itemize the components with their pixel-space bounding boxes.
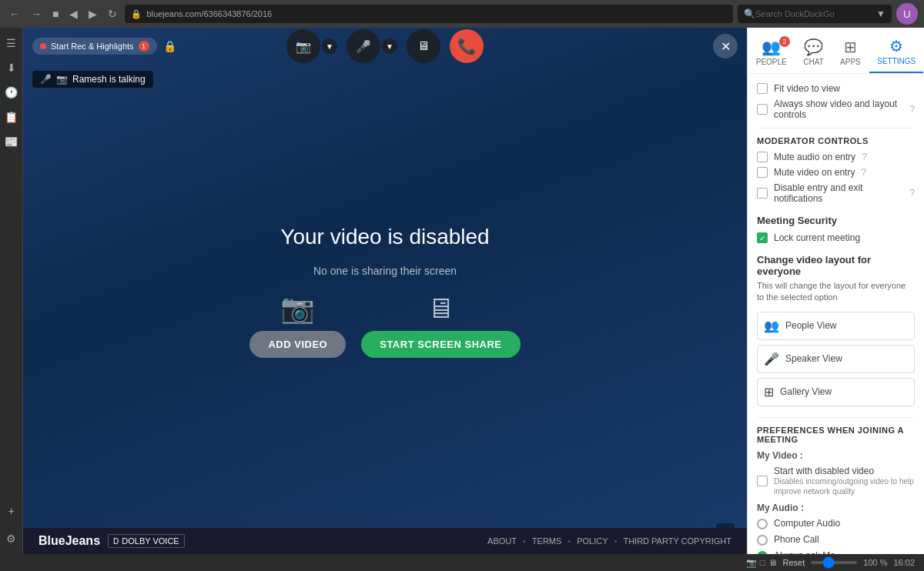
speaker-view-label: Speaker View (785, 353, 842, 364)
search-bar[interactable]: 🔍 Search DuckDuckGo ▼ (738, 5, 892, 23)
gallery-view-button[interactable]: ⊞ Gallery View (757, 378, 915, 406)
video-icon-group: 📷 ADD VIDEO (249, 292, 346, 358)
start-disabled-group: Start with disabled video Disables incom… (774, 466, 915, 496)
computer-audio-row: Computer Audio (757, 518, 915, 529)
always-show-label: Always show video and layout controls (774, 99, 903, 120)
speaker-view-icon: 🎤 (764, 352, 779, 366)
mute-audio-checkbox[interactable] (757, 152, 768, 162)
policy-link[interactable]: POLICY (577, 536, 608, 546)
divider2 (757, 417, 915, 418)
lock-meeting-label: Lock current meeting (774, 232, 860, 243)
reload-button[interactable]: ↻ (105, 6, 120, 22)
fit-video-checkbox[interactable] (757, 83, 768, 94)
reset-button[interactable]: Reset (783, 558, 805, 567)
mute-audio-help[interactable]: ? (862, 152, 867, 162)
zoom-slider[interactable] (811, 561, 857, 564)
people-view-icon: 👥 (764, 319, 779, 333)
apps-tab-label: APPS (840, 58, 861, 66)
search-icon: 🔍 (744, 8, 755, 19)
tab-settings[interactable]: ⚙ SETTINGS (869, 34, 923, 73)
chat-icon: 💬 (804, 38, 823, 56)
my-video-title: My Video : (757, 450, 915, 461)
settings-sidebar-icon[interactable]: ⚙ (3, 529, 19, 548)
video-toggle-button[interactable]: 📷 (286, 29, 320, 63)
end-call-button[interactable]: 📞 (450, 29, 484, 63)
tab-chat[interactable]: 💬 CHAT (795, 35, 831, 72)
gallery-view-label: Gallery View (780, 386, 832, 397)
disable-notif-help[interactable]: ? (909, 188, 915, 199)
notes-icon[interactable]: 📋 (2, 108, 21, 126)
forward-button[interactable]: → (28, 6, 45, 22)
about-link[interactable]: ABOUT (487, 536, 517, 546)
third-party-link[interactable]: THIRD PARTY COPYRIGHT (623, 536, 732, 546)
phone-call-label: Phone Call (774, 534, 819, 545)
layout-desc: This will change the layout for everyone… (757, 280, 915, 304)
user-avatar[interactable]: U (896, 3, 918, 25)
next-button[interactable]: ▶ (85, 6, 100, 22)
start-disabled-checkbox[interactable] (757, 476, 768, 486)
always-show-help[interactable]: ? (909, 104, 915, 115)
computer-audio-radio[interactable] (757, 519, 768, 529)
people-icon: 👥 (762, 38, 781, 56)
people-view-label: People View (785, 320, 837, 331)
rec-button[interactable]: Start Rec & Highlights 1 (32, 38, 157, 55)
prefs-section: PREFERENCES WHEN JOINING A MEETING My Vi… (757, 426, 915, 554)
video-disabled-sub: No one is sharing their screen (313, 265, 457, 277)
browser-toolbar: ← → ■ ◀ ▶ ↻ 🔒 bluejeans.com/6366343876/2… (0, 0, 924, 28)
close-panel-button[interactable]: ✕ (713, 34, 738, 58)
tab-people[interactable]: 👥 2 PEOPLE (748, 35, 795, 72)
dot3: • (614, 536, 618, 546)
dropdown-icon: ▼ (876, 8, 886, 19)
people-view-button[interactable]: 👥 People View (757, 312, 915, 340)
terms-link[interactable]: TERMS (532, 536, 562, 546)
brand-area: BlueJeans D DOLBY VOICE (38, 534, 185, 548)
security-title: Meeting Security (757, 215, 915, 226)
prefs-title: PREFERENCES WHEN JOINING A MEETING (757, 426, 915, 444)
always-show-checkbox[interactable] (757, 104, 768, 115)
url-text: bluejeans.com/6366343876/2016 (146, 9, 272, 18)
mute-video-checkbox[interactable] (757, 167, 768, 178)
reading-icon[interactable]: 📰 (2, 132, 21, 151)
history-icon[interactable]: 🕐 (2, 83, 21, 102)
dot2: • (567, 536, 571, 546)
moderator-section: MODERATOR CONTROLS Mute audio on entry ?… (757, 136, 915, 204)
security-section: Meeting Security Lock current meeting (757, 215, 915, 243)
dolby-icon: D (113, 537, 119, 546)
start-screen-share-button[interactable]: START SCREEN SHARE (361, 331, 520, 358)
time-display: 16:02 (893, 558, 915, 567)
lock-icon: 🔒 (131, 9, 142, 19)
video-dropdown-button[interactable]: ▼ (322, 38, 337, 54)
lock-meeting-checkbox[interactable] (757, 232, 768, 243)
add-icon[interactable]: + (5, 502, 17, 520)
mic-toggle-button[interactable]: 🎤 (346, 29, 380, 63)
mute-video-help[interactable]: ? (861, 167, 866, 178)
rec-dot (40, 43, 46, 49)
bookmarks-icon[interactable]: ☰ (3, 34, 19, 52)
disable-notif-checkbox[interactable] (757, 188, 768, 199)
phone-call-row: Phone Call (757, 534, 915, 546)
home-button[interactable]: ■ (49, 6, 62, 22)
search-placeholder: Search DuckDuckGo (755, 9, 835, 18)
share-screen-button[interactable]: 🖥 (407, 29, 440, 63)
downloads-icon[interactable]: ⬇ (4, 58, 19, 77)
layout-title: Change video layout for everyone (757, 254, 915, 277)
prev-button[interactable]: ◀ (66, 6, 81, 22)
tab-apps[interactable]: ⊞ APPS (832, 35, 869, 72)
bottom-links: ABOUT • TERMS • POLICY • THIRD PARTY COP… (487, 536, 732, 546)
speaker-view-button[interactable]: 🎤 Speaker View (757, 345, 915, 373)
address-bar[interactable]: 🔒 bluejeans.com/6366343876/2016 (125, 5, 733, 23)
mute-video-row: Mute video on entry ? (757, 167, 915, 178)
phone-call-radio[interactable] (757, 535, 768, 546)
lock-meeting-icon[interactable]: 🔒 (163, 40, 176, 52)
dolby-logo: D DOLBY VOICE (108, 534, 185, 548)
gallery-view-icon: ⊞ (764, 385, 774, 399)
video-disabled-title: Your video is disabled (280, 225, 489, 249)
video-control-group: 📷 ▼ (286, 29, 337, 63)
window-icon: □ (760, 558, 765, 567)
add-video-button[interactable]: ADD VIDEO (249, 331, 346, 358)
mic-dropdown-button[interactable]: ▼ (382, 38, 397, 54)
back-button[interactable]: ← (6, 6, 23, 22)
status-bar: 📷 □ 🖥 Reset 100 % 16:02 (0, 554, 924, 571)
browser-sidebar: ☰ ⬇ 🕐 📋 📰 + ⚙ (0, 28, 23, 554)
camera-add-icon: 📷 (280, 292, 315, 325)
